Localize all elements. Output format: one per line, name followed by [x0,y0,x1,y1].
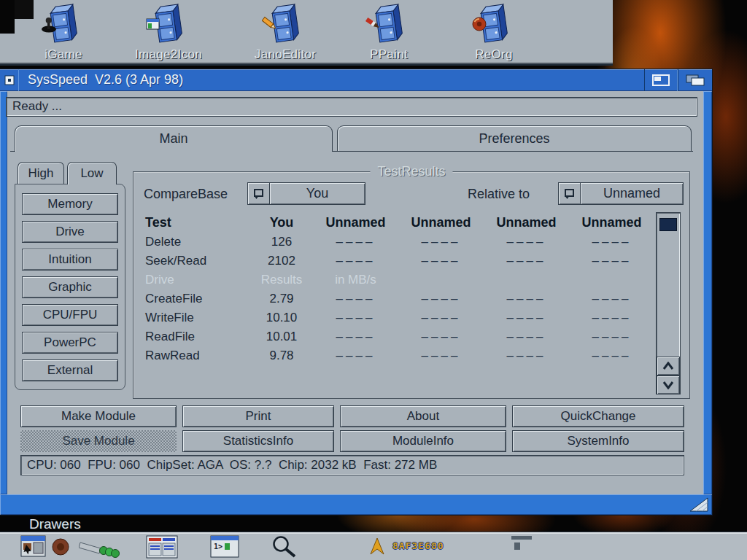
table-cell: –––– [398,235,484,249]
scroll-up-icon[interactable] [657,357,680,376]
window-border-right [703,91,712,494]
table-cell: Drive [141,273,250,287]
table-cell: –––– [398,254,484,268]
close-icon[interactable] [0,69,19,91]
table-row: CreateFile2.79–––––––––––––––– [141,289,654,308]
table-cell: 2102 [250,254,313,268]
table-cell: –––– [313,311,398,325]
screwdriver-icon[interactable] [79,535,120,560]
category-button-graphic[interactable]: Graphic [22,276,118,298]
relativeto-value: Unnamed [581,183,683,204]
testresults-group: TestResults CompareBase You Relative to … [133,171,690,399]
window-titlebar[interactable]: SysSpeed V2.6 (3 Apr 98) [0,69,712,91]
action-button-grid: Make ModulePrintAboutQuickChangeSave Mod… [20,405,684,451]
table-cell: –––– [398,349,484,363]
resize-icon[interactable] [683,497,709,513]
scrollbar-thumb[interactable] [660,219,676,230]
table-cell: –––– [398,330,484,344]
scroll-down-icon[interactable] [657,376,680,394]
desktop-icon-reorg[interactable]: ReOrg [450,1,538,62]
table-cell: –––– [484,311,569,325]
table-cell: –––– [398,292,484,306]
statisticsinfo-button[interactable]: StatisticsInfo [182,430,334,452]
moduleinfo-button[interactable]: ModuleInfo [340,430,506,452]
comparebase-label: CompareBase [144,187,228,202]
drawers-window-label: Drawers [29,516,81,532]
table-header-row: TestYouUnnamedUnnamedUnnamedUnnamed [141,212,654,233]
drawer-icon [471,1,517,44]
prefs-window-icon[interactable] [146,535,178,560]
quickchange-button[interactable]: QuickChange [512,405,684,427]
sysspeed-window: SysSpeed V2.6 (3 Apr 98) Ready ... Memor… [0,69,712,515]
table-cell: 9.78 [250,349,313,363]
table-cell: in MB/s [313,273,398,287]
svg-text:1>: 1> [214,542,222,551]
column-header: Unnamed [569,215,654,230]
table-cell: –––– [569,330,654,344]
cropped-icon [15,0,34,19]
workbench-window-icon[interactable] [20,535,47,560]
category-button-cpu-fpu[interactable]: CPU/FPU [22,304,118,326]
tab-preferences[interactable]: Preferences [337,125,692,151]
table-cell: CreateFile [141,292,250,306]
category-button-intuition[interactable]: Intuition [22,249,118,271]
workbench-icon-strip: iGameImage2IconJanoEditorPPaintReOrg [0,0,613,66]
gold-arrow-icon[interactable] [368,535,387,560]
relativeto-label: Relative to [468,187,530,202]
column-header: Unnamed [398,215,484,230]
table-cell: –––– [484,292,569,306]
screen-edge-shadow [0,0,15,34]
dock-bar: 8AF3E680 1> [0,534,747,560]
make-module-button[interactable]: Make Module [20,405,177,427]
depth-icon[interactable] [678,69,712,91]
table-cell: RawRead [141,349,250,363]
category-button-powerpc[interactable]: PowerPC [22,332,118,354]
table-row: DriveResultsin MB/s [141,271,654,289]
category-button-drive[interactable]: Drive [22,221,118,243]
system-info-bar: CPU: 060 FPU: 060 ChipSet: AGA OS: ?.? C… [20,455,684,475]
relativeto-cycle[interactable]: Unnamed [558,182,684,205]
tab-main[interactable]: Main [15,125,333,152]
table-cell: 2.79 [250,292,313,306]
column-header: Unnamed [313,215,398,230]
table-cell: 10.10 [250,311,313,325]
systeminfo-button[interactable]: SystemInfo [512,430,684,452]
results-scrollbar[interactable] [656,212,681,394]
magnifier-icon[interactable] [271,535,298,560]
table-cell: –––– [484,235,569,249]
comparebase-cycle[interactable]: You [247,182,365,205]
desktop-icon-ppaint[interactable]: PPaint [345,1,433,62]
level-tab-high[interactable]: High [18,162,64,184]
table-cell: 10.01 [250,330,313,344]
table-cell: –––– [484,330,569,344]
table-cell: WriteFile [141,311,250,325]
table-row: Delete126–––––––––––––––– [141,233,654,252]
column-header: Unnamed [484,215,569,230]
drawer-icon [262,1,309,44]
shell-icon[interactable]: 1> [210,535,239,560]
save-module-button[interactable]: Save Module [20,430,177,452]
level-tab-low[interactable]: Low [67,162,117,184]
print-button[interactable]: Print [182,405,334,427]
desktop-icon-image2icon[interactable]: Image2Icon [125,1,212,62]
table-cell: Results [250,273,313,287]
desktop-icon-label: iGame [20,47,107,62]
window-title: SysSpeed V2.6 (3 Apr 98) [28,72,183,88]
drawer-icon [40,1,87,44]
zoom-icon[interactable] [644,69,678,91]
table-row: RawRead9.78–––––––––––––––– [141,346,654,365]
cycle-icon [248,183,270,204]
table-cell: –––– [569,349,654,363]
table-cell: –––– [398,311,484,325]
desktop-icon-janoeditor[interactable]: JanoEditor [241,1,329,62]
about-button[interactable]: About [340,405,506,427]
category-button-external[interactable]: External [22,359,118,381]
table-cell: ReadFile [141,330,250,344]
table-cell: –––– [569,311,654,325]
mug-icon[interactable] [51,535,70,560]
table-cell: –––– [569,254,654,268]
desktop-icon-label: ReOrg [450,47,538,62]
small-window-icon[interactable] [511,535,533,557]
category-button-memory[interactable]: Memory [22,193,118,215]
comparebase-value: You [270,183,365,204]
